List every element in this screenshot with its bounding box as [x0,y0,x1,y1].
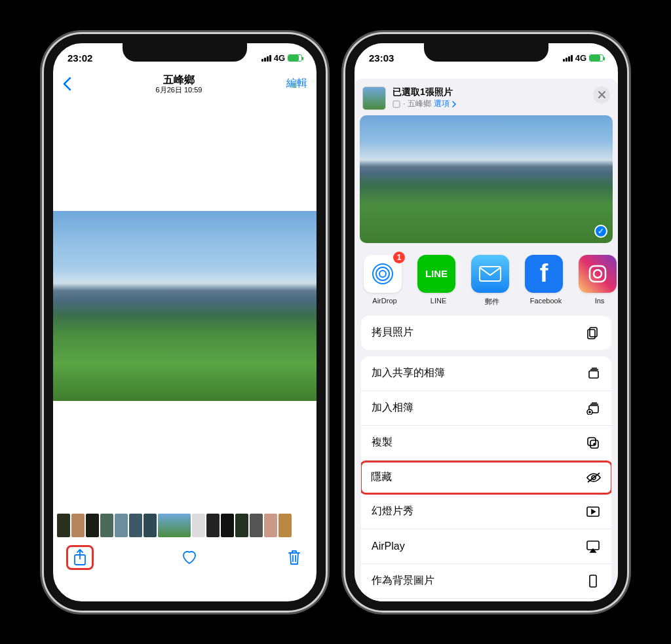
sheet-location: · 五峰鄉 [403,98,431,109]
nav-title: 五峰鄉 6月26日 10:59 [156,73,202,94]
location-icon [393,100,400,108]
close-icon [598,91,605,98]
copy-icon [585,325,601,341]
wallpaper-icon [585,573,601,589]
thumbnail[interactable] [115,514,128,537]
action-add-shared-album[interactable]: 加入共享的相簿 [361,356,611,391]
thumbnail-strip[interactable] [53,512,316,539]
svg-point-2 [379,271,386,277]
preview-image[interactable]: ✓ [360,115,613,243]
phone-right-share-sheet: 23:03 4G 已選取1張照片 · 五峰鄉 選項 [345,34,627,611]
share-button[interactable] [71,548,89,567]
network-label: 4G [575,53,586,63]
action-add-album[interactable]: 加入相簿 [361,391,611,426]
app-label: Facebook [525,297,567,305]
photo-viewer[interactable] [53,100,316,512]
action-list-2: 加入共享的相簿 加入相簿 複製 隱藏 [361,356,611,601]
thumbnail-current[interactable] [158,514,191,537]
thumbnail[interactable] [221,514,234,537]
options-link[interactable]: 選項 [434,98,450,109]
thumbnail[interactable] [71,514,85,537]
battery-icon [589,54,604,62]
share-app-mail[interactable]: 郵件 [471,255,513,307]
svg-point-3 [376,267,389,280]
svg-rect-6 [590,266,605,282]
delete-button[interactable] [285,548,303,567]
share-app-line[interactable]: LINE LINE [417,255,459,307]
thumbnail[interactable] [86,514,99,537]
action-label: 隱藏 [371,470,392,484]
share-button-highlight [66,545,94,570]
thumbnail[interactable] [235,514,248,537]
sheet-header: 已選取1張照片 · 五峰鄉 選項 [355,79,618,115]
app-label: LINE [417,297,459,305]
close-button[interactable] [593,86,610,104]
action-copy-photo[interactable]: 拷貝照片 [361,316,611,350]
preview-row: ✓ [355,115,618,250]
action-list-1: 拷貝照片 [361,316,611,350]
share-app-airdrop[interactable]: 1 AirDrop [364,255,406,307]
status-time: 23:03 [369,52,394,64]
action-copy-icloud-link[interactable]: 拷貝 iCloud 連結 [361,599,611,601]
action-wallpaper[interactable]: 作為背景圖片 [361,564,611,599]
phone-left-photos: 23:02 4G 五峰鄉 6月26日 10:59 編輯 [44,34,326,611]
airplay-icon [585,539,601,554]
network-label: 4G [274,53,285,63]
nav-bar: 五峰鄉 6月26日 10:59 編輯 [53,69,316,100]
selected-checkmark-icon: ✓ [594,225,607,238]
action-label: 作為背景圖片 [372,574,434,588]
thumbnail[interactable] [129,514,142,537]
sheet-title: 已選取1張照片 [393,86,457,98]
photo-image [53,211,316,401]
svg-rect-1 [393,101,400,107]
action-label: 幻燈片秀 [372,504,413,518]
status-right: 4G [563,53,604,63]
status-time: 23:02 [67,52,92,64]
action-hide[interactable]: 隱藏 [361,461,611,495]
hide-icon [586,470,602,485]
svg-rect-18 [590,575,596,587]
toolbar [53,539,316,582]
action-airplay[interactable]: AirPlay [361,529,611,564]
thumbnail[interactable] [144,514,157,537]
sheet-thumbnail [362,86,386,110]
action-label: 複製 [372,436,393,449]
action-slideshow[interactable]: 幻燈片秀 [361,495,611,529]
facebook-icon: f [525,255,563,293]
thumbnail[interactable] [250,514,263,537]
battery-icon [288,54,302,62]
airdrop-icon [370,261,396,287]
svg-rect-8 [590,328,597,337]
duplicate-icon [585,435,601,451]
photo-location-title: 五峰鄉 [156,73,202,86]
svg-rect-9 [588,330,595,339]
back-button[interactable] [62,77,71,91]
thumbnail[interactable] [206,514,220,537]
mail-icon [471,255,509,293]
svg-rect-5 [480,267,501,281]
thumbnail[interactable] [192,514,205,537]
edit-button[interactable]: 編輯 [286,77,307,90]
svg-rect-10 [589,371,598,378]
line-icon: LINE [417,255,455,293]
thumbnail[interactable] [57,514,70,537]
share-apps-row[interactable]: 1 AirDrop LINE LINE 郵件 f Facebook [355,250,618,316]
thumbnail[interactable] [100,514,113,537]
shared-album-icon [585,366,601,381]
action-label: 加入共享的相簿 [372,366,445,380]
action-label: 拷貝照片 [372,326,413,339]
notch [424,43,548,62]
airdrop-badge: 1 [393,252,405,263]
svg-point-7 [594,270,602,278]
share-app-instagram[interactable]: Ins [579,255,618,307]
action-duplicate[interactable]: 複製 [361,426,611,461]
thumbnail[interactable] [278,514,292,537]
app-label: AirDrop [364,297,406,305]
share-app-facebook[interactable]: f Facebook [525,255,567,307]
slideshow-icon [585,504,601,520]
notch [123,43,247,62]
action-label: AirPlay [372,540,405,552]
sheet-subtitle: · 五峰鄉 選項 [393,98,457,109]
thumbnail[interactable] [264,514,277,537]
favorite-button[interactable] [180,548,199,567]
